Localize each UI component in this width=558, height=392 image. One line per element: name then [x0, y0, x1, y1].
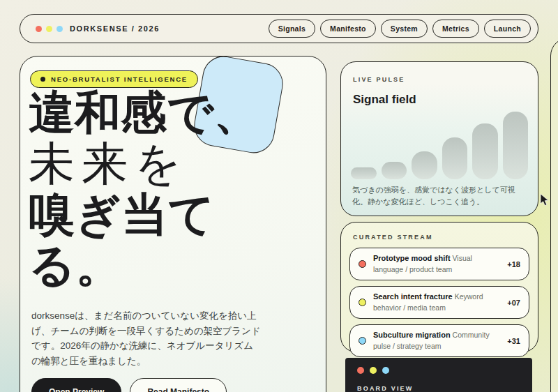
nav-manifesto-button[interactable]: Manifesto	[320, 20, 376, 38]
brand: DORKSENSE / 2026	[36, 24, 160, 33]
nav-launch-button[interactable]: Launch	[484, 20, 531, 38]
signal-bar	[382, 162, 407, 179]
mouse-cursor-icon	[540, 193, 550, 207]
signal-bar	[503, 112, 529, 179]
nav-signals-button[interactable]: Signals	[269, 20, 315, 38]
badge-label: NEO-BRUTALIST INTELLIGENCE	[51, 75, 188, 83]
stream-item-count: +31	[507, 337, 520, 345]
signal-bar	[412, 151, 437, 179]
headline-line-4: る。	[29, 240, 260, 291]
offscreen-panel-edge	[550, 38, 558, 392]
live-pulse-card: LIVE PULSE Signal field 気づきの強弱を、感覚ではなく波形…	[340, 61, 538, 216]
blue-dot-icon	[56, 26, 63, 32]
hero-card: NEO-BRUTALIST INTELLIGENCE 違和感で、 未来を 嗅ぎ当…	[20, 56, 326, 392]
stream-item-count: +07	[507, 299, 520, 307]
brand-name: DORKSENSE / 2026	[70, 24, 160, 33]
signal-bar	[442, 137, 468, 179]
stream-item-title: Prototype mood shift	[373, 254, 451, 262]
hero-headline: 違和感で、 未来を 嗅ぎ当て る。	[29, 87, 260, 291]
hero-paragraph: dorksenseは、まだ名前のついていない変化を拾い上げ、チームの判断を一段早…	[31, 308, 262, 368]
open-preview-button[interactable]: Open Preview	[31, 378, 121, 392]
read-manifesto-button[interactable]: Read Manifesto	[130, 378, 227, 392]
board-view-label: BOARD VIEW	[357, 385, 414, 392]
blue-dot-icon	[382, 367, 389, 374]
yellow-dot-icon	[46, 26, 52, 32]
stream-item-text: Prototype mood shift Visual language / p…	[373, 253, 500, 275]
page: DORKSENSE / 2026 Signals Manifesto Syste…	[0, 0, 558, 392]
stream-item-title: Search intent fracture	[373, 292, 453, 301]
nav-system-button[interactable]: System	[381, 20, 428, 38]
blue-dot-icon	[359, 337, 366, 345]
stream-item-search-intent-fracture[interactable]: Search intent fracture Keyword behavior …	[349, 286, 529, 319]
headline-line-2: 未来を	[29, 138, 260, 189]
board-traffic-dots	[357, 367, 520, 374]
red-dot-icon	[36, 26, 42, 32]
stream-item-subculture-migration[interactable]: Subculture migration Community pulse / s…	[349, 324, 529, 357]
stream-item-prototype-mood-shift[interactable]: Prototype mood shift Visual language / p…	[349, 248, 529, 280]
headline-line-1: 違和感で、	[29, 87, 260, 138]
live-pulse-label: LIVE PULSE	[353, 76, 405, 83]
red-dot-icon	[357, 367, 364, 374]
stream-item-count: +18	[507, 260, 520, 269]
coral-dot-icon	[359, 260, 366, 268]
signal-field-caption: 気づきの強弱を、感覚ではなく波形として可視化。静かな変化ほど、しつこく追う。	[352, 184, 528, 209]
yellow-dot-icon	[359, 299, 366, 306]
hero-buttons: Open Preview Read Manifesto	[31, 378, 227, 392]
headline-line-3: 嗅ぎ当て	[29, 189, 260, 240]
hero-badge: NEO-BRUTALIST INTELLIGENCE	[30, 70, 198, 88]
main-nav: Signals Manifesto System Metrics Launch	[269, 20, 531, 38]
board-view-card: BOARD VIEW	[345, 358, 532, 392]
traffic-dots	[36, 26, 63, 32]
signal-bar	[472, 123, 498, 179]
badge-dot-icon	[40, 77, 45, 82]
stream-item-title: Subculture migration	[373, 331, 451, 339]
header-bar: DORKSENSE / 2026 Signals Manifesto Syste…	[20, 14, 538, 43]
signal-field-title: Signal field	[353, 93, 416, 107]
signal-field-bar-chart	[351, 110, 528, 179]
curated-stream-card: CURATED STREAM Prototype mood shift Visu…	[340, 222, 538, 352]
curated-stream-label: CURATED STREAM	[353, 234, 529, 241]
signal-bar	[351, 167, 377, 179]
nav-metrics-button[interactable]: Metrics	[432, 20, 479, 38]
stream-item-text: Subculture migration Community pulse / s…	[373, 330, 500, 352]
yellow-dot-icon	[370, 367, 377, 374]
stream-item-text: Search intent fracture Keyword behavior …	[373, 292, 500, 313]
